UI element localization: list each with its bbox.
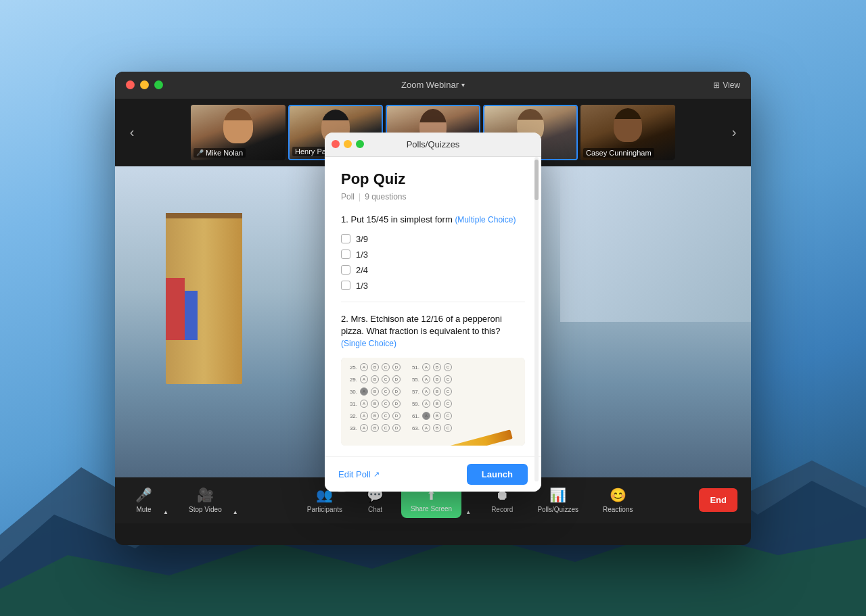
question-divider (341, 302, 525, 302)
modal-close-button[interactable] (332, 140, 340, 148)
question-1-text: 1. Put 15/45 in simplest form (Multiple … (341, 214, 525, 226)
launch-button[interactable]: Launch (467, 464, 528, 485)
question-2-text: 2. Mrs. Etchison ate 12/16 of a pepperon… (341, 313, 525, 350)
participant-thumb-mike[interactable]: 🎤 Mike Nolan (191, 105, 286, 160)
chevron-up-icon: ▲ (465, 509, 471, 515)
scantron-row: 30. A B C D 57. A B C (346, 387, 520, 396)
modal-traffic-lights (332, 140, 364, 148)
modal-titlebar: Polls/Quizzes (325, 133, 541, 157)
checkbox-1[interactable] (341, 234, 350, 243)
polls-icon: 📊 (549, 487, 566, 503)
maximize-button[interactable] (154, 80, 163, 89)
close-button[interactable] (126, 80, 135, 89)
polls-modal: Polls/Quizzes Pop Quiz Poll | 9 question… (325, 133, 541, 492)
mic-icon: 🎤 (135, 487, 152, 503)
answer-option-2[interactable]: 1/3 (341, 250, 525, 260)
chevron-up-icon: ▲ (163, 509, 168, 515)
modal-maximize-button[interactable] (356, 140, 364, 148)
traffic-lights (126, 80, 163, 89)
quiz-title: Pop Quiz (341, 170, 525, 188)
modal-title: Polls/Quizzes (407, 139, 460, 149)
answer-label-2: 1/3 (356, 250, 368, 260)
modal-footer: Edit Poll ↗ Launch (325, 456, 541, 492)
participant-name-mike: 🎤 Mike Nolan (193, 148, 246, 158)
toolbar-right: End (699, 488, 737, 512)
modal-minimize-button[interactable] (344, 140, 352, 148)
mute-control: 🎤 Mute ▲ (129, 483, 171, 517)
toolbar-left: 🎤 Mute ▲ 🎥 Stop Video ▲ (129, 483, 241, 517)
camera-icon: 🎥 (197, 487, 214, 503)
answer-option-4[interactable]: 1/3 (341, 281, 525, 291)
view-button[interactable]: ⊞ View (713, 80, 740, 90)
modal-scrollbar-thumb[interactable] (534, 160, 539, 200)
modal-scrollbar[interactable] (534, 157, 539, 481)
mute-caret[interactable]: ▲ (160, 506, 171, 517)
external-link-icon: ↗ (373, 470, 380, 479)
reactions-button[interactable]: 😊 Reactions (596, 483, 639, 517)
next-nav-button[interactable]: › (724, 124, 744, 140)
checkbox-2[interactable] (341, 250, 350, 259)
answer-option-1[interactable]: 3/9 (341, 234, 525, 244)
question-image: 25. A B C D 51. A B C 29. (341, 358, 525, 446)
modal-body: Pop Quiz Poll | 9 questions 1. Put 15/45… (325, 157, 541, 457)
answer-label-1: 3/9 (356, 234, 368, 244)
title-bar: Zoom Webinar ▾ ⊞ View (115, 72, 751, 99)
share-screen-caret[interactable]: ▲ (463, 507, 474, 518)
answer-option-3[interactable]: 2/4 (341, 265, 525, 275)
scantron-row: 29. A B C D 55. A B C (346, 375, 520, 383)
minimize-button[interactable] (140, 80, 149, 89)
answer-label-3: 2/4 (356, 265, 368, 275)
video-control: 🎥 Stop Video ▲ (182, 483, 241, 517)
scantron-sheet: 25. A B C D 51. A B C 29. (341, 358, 525, 446)
scantron-row: 33. A B C D 63. A B C (346, 424, 520, 432)
app-window: Zoom Webinar ▾ ⊞ View ‹ 🎤 Mike Nolan (115, 72, 751, 545)
reactions-icon: 😊 (610, 487, 626, 503)
end-button[interactable]: End (699, 488, 737, 512)
participant-thumb-casey[interactable]: Casey Cunningham (580, 105, 675, 160)
chevron-up-icon: ▲ (233, 509, 238, 515)
scantron-row: 25. A B C D 51. A B C (346, 363, 520, 371)
mute-button[interactable]: 🎤 Mute (129, 483, 159, 517)
participant-name-casey: Casey Cunningham (583, 148, 654, 158)
edit-poll-link[interactable]: Edit Poll ↗ (338, 469, 380, 479)
quiz-meta: Poll | 9 questions (341, 192, 525, 202)
scantron-row: 31. A B C D 59. A B C (346, 400, 520, 408)
checkbox-3[interactable] (341, 265, 350, 275)
answer-label-4: 1/3 (356, 281, 368, 291)
prev-nav-button[interactable]: ‹ (122, 124, 142, 140)
checkbox-4[interactable] (341, 281, 350, 290)
stop-video-button[interactable]: 🎥 Stop Video (182, 483, 229, 517)
window-title: Zoom Webinar ▾ (401, 80, 465, 90)
video-caret[interactable]: ▲ (230, 506, 241, 517)
scantron-row: 32. A B C D 61. A B C (346, 412, 520, 420)
